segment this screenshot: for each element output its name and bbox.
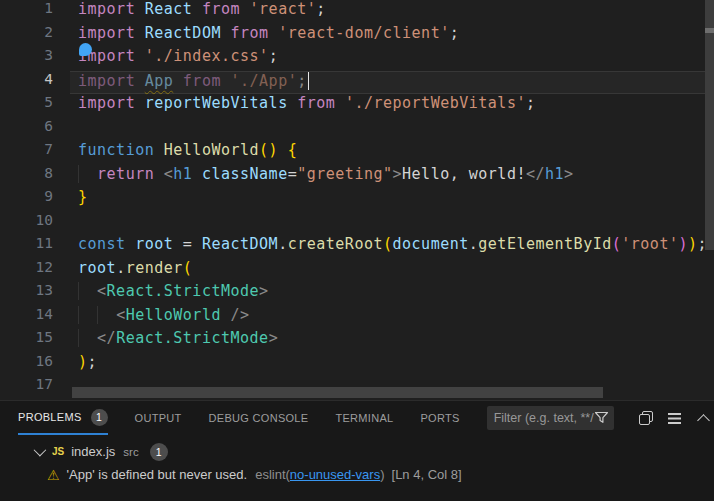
line-number[interactable]: 9 [0, 188, 70, 212]
problem-message: 'App' is defined but never used. [67, 467, 248, 482]
code-line[interactable]: import ReactDOM from 'react-dom/client'; [70, 24, 714, 48]
vertical-scrollbar[interactable] [705, 0, 714, 400]
filter-input[interactable] [494, 411, 594, 425]
code-line[interactable] [70, 118, 714, 142]
line-number[interactable]: 5 [0, 94, 70, 118]
line-number[interactable]: 7 [0, 141, 70, 165]
code-line[interactable]: function HelloWorld() { [70, 141, 714, 165]
tab-problems[interactable]: PROBLEMS 1 [18, 401, 108, 435]
overview-ruler-marker [705, 28, 714, 33]
filter-icon[interactable] [594, 411, 609, 425]
maximize-panel-icon[interactable] [696, 410, 712, 426]
line-number[interactable]: 2 [0, 24, 70, 48]
tab-problems-label: PROBLEMS [18, 401, 82, 433]
file-name: index.js [71, 444, 115, 459]
code-line[interactable]: <React.StrictMode> [70, 282, 714, 306]
code-line[interactable]: ); [70, 353, 714, 377]
code-area[interactable]: import React from 'react';import ReactDO… [70, 0, 714, 400]
tab-debug-console[interactable]: DEBUG CONSOLE [209, 401, 309, 435]
code-line[interactable]: } [70, 188, 714, 212]
line-number[interactable]: 3 [0, 47, 70, 71]
code-line[interactable]: const root = ReactDOM.createRoot(documen… [70, 235, 714, 259]
bottom-panel: PROBLEMS 1 OUTPUT DEBUG CONSOLE TERMINAL… [0, 400, 714, 501]
file-path: src [123, 446, 138, 458]
code-line[interactable]: return <h1 className="greeting">Hello, w… [70, 165, 714, 189]
warning-icon: ⚠ [47, 468, 60, 482]
line-number[interactable]: 16 [0, 353, 70, 377]
line-number[interactable]: 17 [0, 376, 70, 400]
problems-count-badge: 1 [91, 409, 108, 426]
code-line[interactable]: import reportWebVitals from './reportWeb… [70, 94, 714, 118]
tab-ports[interactable]: PORTS [420, 401, 459, 435]
problem-location: [Ln 4, Col 8] [392, 467, 462, 482]
code-line[interactable]: root.render( [70, 259, 714, 283]
editor-gutter[interactable]: 1234567891011121314151617 [0, 0, 70, 400]
editor[interactable]: 1234567891011121314151617 import React f… [0, 0, 714, 400]
code-line[interactable]: import App from './App'; [70, 71, 714, 95]
code-line[interactable]: import React from 'react'; [70, 0, 714, 24]
panel-actions [625, 410, 714, 426]
tab-output[interactable]: OUTPUT [135, 401, 182, 435]
line-number[interactable]: 15 [0, 329, 70, 353]
problem-source: eslint(no-unused-vars) [255, 467, 384, 482]
code-line[interactable] [70, 212, 714, 236]
line-number[interactable]: 10 [0, 212, 70, 236]
code-line[interactable]: </React.StrictMode> [70, 329, 714, 353]
view-menu-icon[interactable] [667, 410, 683, 426]
restore-panel-icon[interactable] [638, 410, 654, 426]
horizontal-scrollbar-thumb[interactable] [72, 387, 603, 398]
line-number[interactable]: 14 [0, 306, 70, 330]
chevron-down-icon[interactable] [34, 444, 47, 457]
line-number[interactable]: 8 [0, 165, 70, 189]
problems-filter[interactable] [487, 406, 614, 430]
line-number[interactable]: 4 [0, 71, 70, 95]
problem-row[interactable]: ⚠ 'App' is defined but never used. eslin… [0, 463, 714, 486]
line-number[interactable]: 6 [0, 118, 70, 142]
line-number[interactable]: 1 [0, 0, 70, 24]
line-number[interactable]: 13 [0, 282, 70, 306]
eslint-rule-link[interactable]: no-unused-vars [290, 467, 380, 482]
code-line[interactable]: import './index.css'; [70, 47, 714, 71]
problem-file-row[interactable]: JS index.js src 1 [0, 440, 714, 463]
code-line[interactable]: <HelloWorld /> [70, 306, 714, 330]
horizontal-scrollbar[interactable] [70, 387, 705, 398]
js-file-icon: JS [52, 446, 64, 457]
vertical-scrollbar-thumb[interactable] [705, 0, 714, 250]
panel-header: PROBLEMS 1 OUTPUT DEBUG CONSOLE TERMINAL… [0, 401, 714, 435]
tab-ports-label: PORTS [420, 402, 459, 434]
tab-output-label: OUTPUT [135, 402, 182, 434]
blue-cursor-marker [79, 43, 92, 56]
line-number[interactable]: 12 [0, 259, 70, 283]
line-number[interactable]: 11 [0, 235, 70, 259]
text-cursor [308, 72, 310, 90]
tab-debug-console-label: DEBUG CONSOLE [209, 402, 309, 434]
file-problem-count-badge: 1 [150, 443, 168, 461]
vscode-window: 1234567891011121314151617 import React f… [0, 0, 714, 501]
tab-terminal-label: TERMINAL [335, 402, 393, 434]
tab-terminal[interactable]: TERMINAL [335, 401, 393, 435]
